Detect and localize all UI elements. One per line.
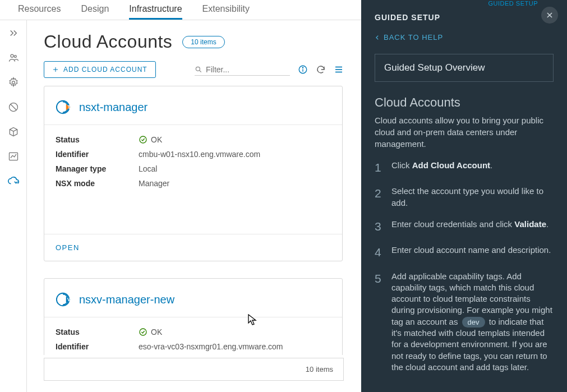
item-count-pill: 10 items: [182, 36, 224, 48]
gear-icon: [8, 77, 19, 88]
step-text: Enter cloud credentials and click Valida…: [391, 219, 554, 234]
chart-icon: [8, 151, 19, 162]
close-panel-button[interactable]: [541, 7, 558, 24]
card-body: Status OK Identifier cmbu-w01-nsx10.eng.…: [44, 125, 342, 206]
step-number: 4: [375, 245, 384, 260]
prop-value-nsx-mode: Manager: [139, 179, 169, 188]
card-header: V nsxv-manager-new: [44, 279, 342, 317]
step-number: 5: [375, 271, 384, 373]
gp-intro: Cloud accounts allow you to bring your p…: [361, 114, 567, 160]
step-number: 2: [375, 186, 384, 209]
gp-top-strip: GUIDED SETUP: [361, 0, 567, 6]
step-text: Enter cloud account name and description…: [391, 245, 554, 260]
back-to-help-link[interactable]: BACK TO HELP: [361, 30, 567, 54]
filter-input[interactable]: [206, 65, 290, 74]
prop-label-status: Status: [56, 328, 139, 336]
card-header: T nsxt-manager: [44, 86, 342, 124]
prop-value-identifier: cmbu-w01-nsx10.eng.vmware.com: [139, 150, 260, 159]
add-cloud-account-button[interactable]: ADD CLOUD ACCOUNT: [44, 61, 156, 78]
add-button-label: ADD CLOUD ACCOUNT: [63, 66, 147, 73]
step-number: 3: [375, 219, 384, 234]
prop-label-nsx-mode: NSX mode: [56, 179, 139, 188]
cards-scroll[interactable]: T nsxt-manager Status OK Identifier: [44, 86, 344, 355]
gp-step-1: 1 Click Add Cloud Account.: [375, 160, 554, 176]
rail-item-box[interactable]: [7, 126, 20, 138]
card-title-link[interactable]: nsxv-manager-new: [79, 293, 174, 306]
prop-value-manager-type: Local: [139, 164, 157, 173]
guided-setup-overview-button[interactable]: Guided Setup Overview: [375, 54, 554, 82]
back-label: BACK TO HELP: [384, 33, 443, 41]
tab-infrastructure[interactable]: Infrastructure: [129, 0, 182, 20]
rail-item-settings[interactable]: [7, 76, 20, 89]
gp-steps: 1 Click Add Cloud Account. 2 Select the …: [361, 160, 567, 373]
rail-item-cloud[interactable]: [7, 175, 20, 187]
page-title: Cloud Accounts: [44, 31, 172, 52]
page-title-row: Cloud Accounts 10 items: [44, 31, 344, 52]
chevron-left-icon: [375, 35, 380, 40]
footer-count: 10 items: [306, 365, 333, 373]
toolbar: ADD CLOUD ACCOUNT: [44, 61, 344, 78]
prop-label-identifier: Identifier: [56, 150, 139, 159]
rail-expand[interactable]: [7, 27, 20, 39]
refresh-icon: [316, 64, 326, 75]
list-icon: [334, 64, 344, 75]
svg-text:V: V: [67, 297, 71, 302]
block-icon: [8, 102, 19, 113]
cloud-account-card: T nsxt-manager Status OK Identifier: [44, 86, 343, 261]
list-view-button[interactable]: [334, 64, 344, 75]
svg-point-8: [196, 67, 200, 71]
tab-design[interactable]: Design: [81, 0, 109, 20]
svg-text:T: T: [68, 104, 71, 110]
main-content: Cloud Accounts 10 items ADD CLOUD ACCOUN…: [27, 20, 361, 392]
svg-point-1: [14, 56, 16, 58]
prop-value-status: OK: [139, 135, 162, 144]
status-text: OK: [151, 328, 162, 336]
prop-row: Identifier eso-vra-vc03-nsxmgr01.eng.vmw…: [56, 342, 331, 351]
prop-row: Status OK: [56, 135, 331, 144]
step-text: Select the account type you would like t…: [391, 186, 554, 209]
gp-step-3: 3 Enter cloud credentials and click Vali…: [375, 219, 554, 234]
prop-row: Identifier cmbu-w01-nsx10.eng.vmware.com: [56, 150, 331, 159]
svg-point-18: [140, 136, 146, 143]
nsx-t-icon: T: [56, 99, 72, 116]
step-text: Click Add Cloud Account.: [391, 160, 554, 176]
rail-item-chart[interactable]: [7, 150, 20, 163]
nsx-v-icon: V: [56, 291, 72, 308]
refresh-button[interactable]: [316, 64, 326, 75]
card-body: Status OK Identifier eso-vra-vc03-nsxmgr…: [44, 317, 342, 355]
tab-extensibility[interactable]: Extensibility: [202, 0, 250, 20]
info-icon: [298, 64, 308, 75]
prop-row: Manager type Local: [56, 164, 331, 173]
close-icon: [546, 11, 554, 19]
search-wrap: [195, 64, 290, 76]
tab-resources[interactable]: Resources: [18, 0, 61, 20]
prop-row: Status OK: [56, 328, 331, 336]
step-number: 1: [375, 160, 384, 176]
side-rail: [0, 20, 27, 392]
dev-tag-pill: dev: [462, 317, 485, 328]
svg-point-21: [140, 329, 146, 335]
box-icon: [8, 126, 19, 137]
open-link[interactable]: OPEN: [44, 234, 342, 261]
gp-step-5: 5 Add applicable capability tags. Add ca…: [375, 271, 554, 373]
status-text: OK: [151, 135, 162, 144]
gp-title: GUIDED SETUP: [361, 6, 567, 30]
svg-line-9: [200, 70, 201, 72]
plus-icon: [52, 66, 59, 73]
ok-check-icon: [139, 328, 147, 336]
guided-setup-top-link[interactable]: GUIDED SETUP: [488, 0, 538, 7]
cloud-account-card: V nsxv-manager-new Status OK Identifier: [44, 278, 343, 355]
rail-item-users[interactable]: [7, 52, 20, 64]
rail-item-block[interactable]: [7, 101, 20, 113]
guided-setup-panel: GUIDED SETUP GUIDED SETUP BACK TO HELP G…: [361, 0, 567, 392]
card-title-link[interactable]: nsxt-manager: [79, 101, 147, 114]
prop-label-identifier: Identifier: [56, 342, 139, 351]
svg-point-12: [302, 67, 303, 68]
info-button[interactable]: [298, 64, 308, 75]
svg-point-0: [11, 54, 13, 57]
cloud-icon: [7, 175, 20, 187]
prop-label-manager-type: Manager type: [56, 164, 139, 173]
step-text: Add applicable capability tags. Add capa…: [391, 271, 554, 373]
gp-step-4: 4 Enter cloud account name and descripti…: [375, 245, 554, 260]
gp-section-title: Cloud Accounts: [361, 95, 567, 114]
